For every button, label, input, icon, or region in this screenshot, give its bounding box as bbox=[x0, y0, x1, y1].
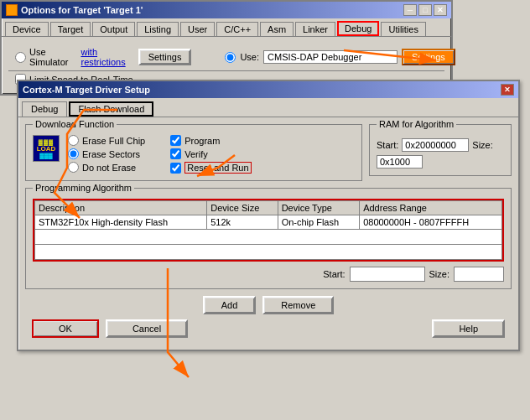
sub-content: Download Function ▓▓▓ LOAD ▓▓▓ Erase Ful… bbox=[18, 117, 518, 350]
erase-full-chip-radio[interactable] bbox=[68, 135, 79, 146]
main-tabs: Device Target Output Listing User C/C++ … bbox=[2, 18, 451, 36]
load-icon: ▓▓▓ LOAD ▓▓▓ bbox=[33, 135, 60, 162]
use-row: Use: Settings bbox=[225, 49, 455, 65]
download-function-title: Download Function bbox=[33, 119, 117, 129]
main-title-bar: Options for Target 'Target 1' ─ □ ✕ bbox=[2, 2, 451, 18]
cell-device-size: 512k bbox=[207, 215, 278, 230]
sub-window: Cortex-M Target Driver Setup ✕ Debug Fla… bbox=[17, 80, 520, 351]
empty-row-2 bbox=[35, 245, 502, 260]
load-icon-text: ▓▓▓ LOAD ▓▓▓ bbox=[37, 139, 56, 158]
sub-tab-debug[interactable]: Debug bbox=[22, 101, 67, 117]
tab-asm[interactable]: Asm bbox=[260, 22, 294, 36]
cell-address-range: 08000000H - 0807FFFFH bbox=[360, 215, 502, 230]
download-function-group: Download Function ▓▓▓ LOAD ▓▓▓ Erase Ful… bbox=[25, 124, 362, 181]
two-col-layout: Download Function ▓▓▓ LOAD ▓▓▓ Erase Ful… bbox=[25, 124, 512, 188]
empty-row-1 bbox=[35, 230, 502, 245]
size-input[interactable] bbox=[454, 267, 504, 282]
main-title: Options for Target 'Target 1' bbox=[21, 5, 143, 15]
tab-debug[interactable]: Debug bbox=[337, 21, 379, 36]
ram-algorithm-title: RAM for Algorithm bbox=[377, 119, 456, 129]
settings-button-left[interactable]: Settings bbox=[138, 49, 192, 65]
tab-output[interactable]: Output bbox=[92, 22, 135, 36]
erase-sectors-radio[interactable] bbox=[68, 148, 79, 159]
sub-tab-flash-download[interactable]: Flash Download bbox=[69, 101, 153, 117]
sub-title: Cortex-M Target Driver Setup bbox=[23, 85, 150, 95]
title-left: Options for Target 'Target 1' bbox=[6, 4, 143, 16]
sub-title-controls: ✕ bbox=[501, 84, 514, 96]
sub-title-bar: Cortex-M Target Driver Setup ✕ bbox=[18, 81, 518, 98]
use-simulator-radio[interactable] bbox=[15, 52, 26, 63]
cancel-button[interactable]: Cancel bbox=[106, 319, 188, 338]
help-button[interactable]: Help bbox=[432, 319, 505, 338]
with-restrictions-link[interactable]: with restrictions bbox=[81, 47, 125, 67]
col-device-type: Device Type bbox=[278, 201, 360, 215]
ram-size-input[interactable] bbox=[377, 155, 423, 169]
verify-checkbox[interactable] bbox=[170, 148, 181, 159]
reset-and-run-checkbox[interactable] bbox=[170, 163, 181, 174]
maximize-button[interactable]: □ bbox=[418, 4, 432, 16]
close-button[interactable]: ✕ bbox=[434, 4, 447, 16]
programming-algorithm-table: Description Device Size Device Type Addr… bbox=[34, 200, 502, 260]
program-label[interactable]: Program bbox=[170, 135, 251, 146]
tab-cpp[interactable]: C/C++ bbox=[216, 22, 258, 36]
tab-linker[interactable]: Linker bbox=[295, 22, 335, 36]
col-address-range: Address Range bbox=[360, 201, 502, 215]
use-radio[interactable] bbox=[225, 52, 236, 63]
erase-options: Erase Full Chip Erase Sectors Do not Era… bbox=[68, 135, 145, 174]
start-input[interactable] bbox=[350, 267, 425, 282]
minimize-button[interactable]: ─ bbox=[403, 4, 417, 16]
title-controls: ─ □ ✕ bbox=[403, 4, 447, 16]
tab-target[interactable]: Target bbox=[50, 22, 91, 36]
tab-device[interactable]: Device bbox=[5, 22, 49, 36]
sub-tabs: Debug Flash Download bbox=[18, 98, 518, 117]
do-not-erase-label[interactable]: Do not Erase bbox=[68, 162, 145, 173]
cell-device-type: On-chip Flash bbox=[278, 215, 360, 230]
sub-close-button[interactable]: ✕ bbox=[501, 84, 514, 96]
ram-algorithm-group: RAM for Algorithm Start: Size: bbox=[369, 124, 512, 176]
program-checkbox[interactable] bbox=[170, 135, 181, 146]
programming-algorithm-title: Programming Algorithm bbox=[33, 183, 134, 193]
prog-table-wrapper: Description Device Size Device Type Addr… bbox=[33, 199, 504, 262]
remove-button[interactable]: Remove bbox=[262, 296, 334, 314]
verify-label[interactable]: Verify bbox=[170, 148, 251, 159]
col-description: Description bbox=[35, 201, 207, 215]
table-row[interactable]: STM32F10x High-density Flash 512k On-chi… bbox=[35, 215, 502, 230]
erase-full-chip-label[interactable]: Erase Full Chip bbox=[68, 135, 145, 146]
debugger-select[interactable] bbox=[263, 50, 398, 64]
do-not-erase-radio[interactable] bbox=[68, 162, 79, 173]
tab-user[interactable]: User bbox=[180, 22, 215, 36]
action-buttons: Add Remove bbox=[25, 296, 512, 314]
use-simulator-label[interactable]: Use Simulator bbox=[15, 47, 68, 67]
reset-and-run-label[interactable]: Reset and Run bbox=[170, 162, 251, 174]
download-function-content: ▓▓▓ LOAD ▓▓▓ Erase Full Chip Erase Secto bbox=[33, 135, 355, 174]
tab-listing[interactable]: Listing bbox=[137, 22, 179, 36]
table-header-row: Description Device Size Device Type Addr… bbox=[35, 201, 502, 215]
checkboxes-group: Program Verify Reset and Run bbox=[170, 135, 251, 174]
bottom-row: Start: Size: bbox=[33, 267, 504, 282]
programming-algorithm-group: Programming Algorithm Description Device… bbox=[25, 188, 512, 289]
ram-inputs: Start: Size: bbox=[377, 138, 504, 169]
col-device-size: Device Size bbox=[207, 201, 278, 215]
ram-start-input[interactable] bbox=[402, 138, 469, 152]
settings-button-right[interactable]: Settings bbox=[402, 49, 455, 65]
cell-description: STM32F10x High-density Flash bbox=[35, 215, 207, 230]
erase-sectors-label[interactable]: Erase Sectors bbox=[68, 148, 145, 159]
app-icon bbox=[6, 4, 18, 16]
add-button[interactable]: Add bbox=[203, 296, 257, 314]
debug-top-row: Use Simulator with restrictions Settings… bbox=[8, 44, 444, 71]
ok-button[interactable]: OK bbox=[32, 319, 99, 338]
tab-utilities[interactable]: Utilities bbox=[381, 22, 425, 36]
final-buttons: OK Cancel Help bbox=[25, 314, 512, 343]
